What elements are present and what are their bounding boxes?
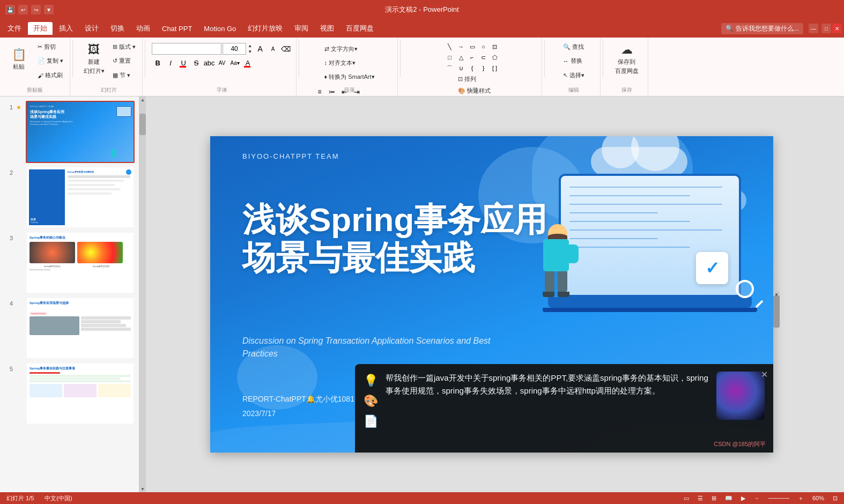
slide-thumb-5[interactable]: 5 Spring事务最佳实践与注意事项 xyxy=(0,362,139,425)
chatbot-close-btn[interactable]: ✕ xyxy=(761,369,768,380)
slide-thumb-2[interactable]: 2 目录 Catalog Spring事务配置与传播机制 xyxy=(0,166,139,228)
shape-rect2[interactable]: □ xyxy=(445,53,455,62)
search-box[interactable]: 🔍 告诉我您想要做什么... xyxy=(721,23,803,34)
italic-btn[interactable]: I xyxy=(165,57,176,69)
slide-img-3[interactable]: Spring事务的核心功能点 Spring事务的特点 Spring事务的优势 xyxy=(26,232,135,294)
align-text-btn[interactable]: ↕ 对齐文本▾ xyxy=(322,57,358,69)
magnifier-icon xyxy=(736,280,762,307)
numbering-btn[interactable]: ≔ xyxy=(326,86,338,98)
underline-btn[interactable]: U xyxy=(177,57,189,69)
view-normal-btn[interactable]: ▭ xyxy=(684,495,689,502)
strikethrough-btn[interactable]: S xyxy=(190,57,202,69)
cut-button[interactable]: ✂ 剪切 xyxy=(35,41,65,53)
slide-panel-scrollbar[interactable]: ▲ ▼ xyxy=(139,97,146,492)
shape-more[interactable]: ⊡ xyxy=(490,42,500,51)
redo-btn[interactable]: ↪ xyxy=(31,5,41,14)
menu-file[interactable]: 文件 xyxy=(2,22,27,35)
arrange-btn[interactable]: ⊡ 排列 xyxy=(456,73,493,85)
menu-motiongo[interactable]: Motion Go xyxy=(198,23,241,34)
canvas-scroll-thumb[interactable] xyxy=(773,295,780,328)
text-direction-btn[interactable]: ⇄ 文字方向▾ xyxy=(322,43,360,55)
slide-img-1[interactable]: BIYOO-CHATPPT TEAM 浅谈Spring事务应用场景与最佳实践 D… xyxy=(26,101,135,163)
menu-review[interactable]: 审阅 xyxy=(289,22,314,35)
bullets-btn[interactable]: ≡ xyxy=(314,86,325,98)
save-quick-btn[interactable]: 💾 xyxy=(5,5,15,14)
main-slide[interactable]: BIYOO-CHATPPT TEAM 浅谈Spring事务应用 场景与最佳实践 … xyxy=(210,136,773,453)
bold-btn[interactable]: B xyxy=(152,57,164,69)
font-color-btn[interactable]: A xyxy=(242,57,254,69)
menu-design[interactable]: 设计 xyxy=(79,22,104,35)
scroll-up-arrow[interactable]: ▲ xyxy=(139,97,146,103)
slide-thumb-3[interactable]: 3 Spring事务的核心功能点 xyxy=(0,232,139,294)
paste-button[interactable]: 📋 粘贴 xyxy=(4,40,33,78)
view-reading-btn[interactable]: 📖 xyxy=(725,495,732,502)
shape-rect[interactable]: ▭ xyxy=(467,42,478,51)
new-slide-button[interactable]: 🖼 新建 幻灯片▾ xyxy=(79,40,108,78)
shadow-btn[interactable]: abc xyxy=(203,57,215,69)
scroll-down-arrow[interactable]: ▼ xyxy=(139,486,146,492)
shape-corner[interactable]: ⌐ xyxy=(467,53,478,62)
menu-insert[interactable]: 插入 xyxy=(54,22,78,35)
maximize-btn[interactable]: □ xyxy=(821,24,831,33)
menu-slideshow[interactable]: 幻灯片放映 xyxy=(242,22,288,35)
quick-access-toolbar[interactable]: 💾 ↩ ↪ ▼ xyxy=(5,5,54,14)
zoom-minus-btn[interactable]: － xyxy=(754,494,760,502)
format-painter-button[interactable]: 🖌 格式刷 xyxy=(35,70,65,81)
section-button[interactable]: ▦ 节 ▾ xyxy=(110,70,138,81)
replace-btn[interactable]: ↔ 替换 xyxy=(561,55,587,67)
shape-pentagon[interactable]: ⬠ xyxy=(490,53,500,62)
shape-curve[interactable]: ∪ xyxy=(456,63,467,73)
slide-img-4[interactable]: Spring事务应用场景与选择 Spring事务应用场景 xyxy=(26,297,135,359)
customize-btn[interactable]: ▼ xyxy=(44,5,54,14)
shape-brace-l[interactable]: { xyxy=(467,63,478,73)
fit-window-btn[interactable]: ⊡ xyxy=(833,495,838,502)
menu-baidu[interactable]: 百度网盘 xyxy=(340,22,379,35)
scroll-thumb[interactable] xyxy=(139,114,146,135)
menu-view[interactable]: 视图 xyxy=(315,22,339,35)
view-sorter-btn[interactable]: ⊞ xyxy=(712,495,716,502)
menu-transitions[interactable]: 切换 xyxy=(105,22,130,35)
slide-img-5[interactable]: Spring事务最佳实践与注意事项 xyxy=(26,362,135,425)
clear-format-btn[interactable]: ⌫ xyxy=(280,43,292,55)
font-shrink-btn[interactable]: A xyxy=(267,43,279,55)
font-size-input[interactable] xyxy=(223,43,246,55)
shape-arc[interactable]: ⌒ xyxy=(445,63,455,73)
shape-chevron[interactable]: ⊂ xyxy=(478,53,489,62)
canvas-scroll-down[interactable]: ▼ xyxy=(773,291,780,298)
shape-circle[interactable]: ○ xyxy=(478,42,489,51)
menu-animations[interactable]: 动画 xyxy=(131,22,156,35)
shape-arrow[interactable]: → xyxy=(456,42,467,51)
change-case-btn[interactable]: Aa▾ xyxy=(229,57,241,69)
view-presenter-btn[interactable]: ▶ xyxy=(741,495,745,502)
slide-thumb-4[interactable]: 4 Spring事务应用场景与选择 Spring事务应用场景 xyxy=(0,297,139,359)
select-btn[interactable]: ↖ 选择▾ xyxy=(561,70,587,81)
save-baidu-btn[interactable]: ☁ 保存到 百度网盘 xyxy=(612,40,641,78)
layout-button[interactable]: ⊞ 版式 ▾ xyxy=(110,41,138,53)
close-btn[interactable]: ✕ xyxy=(832,24,842,33)
char-spacing-btn[interactable]: AV xyxy=(216,57,228,69)
view-outline-btn[interactable]: ☰ xyxy=(698,495,703,502)
font-name-input[interactable] xyxy=(152,43,221,55)
menu-home[interactable]: 开始 xyxy=(28,22,53,35)
shape-triangle[interactable]: △ xyxy=(456,53,467,62)
shape-line[interactable]: ╲ xyxy=(445,42,455,51)
canvas-scrollbar[interactable]: ▲ ▼ xyxy=(773,291,780,298)
reset-button[interactable]: ↺ 重置 xyxy=(110,55,138,67)
zoom-plus-btn[interactable]: ＋ xyxy=(798,494,804,502)
slide-img-2[interactable]: 目录 Catalog Spring事务配置与传播机制 xyxy=(26,166,135,228)
slide-thumb-1[interactable]: 1 ★ BIYOO-CHATPPT TEAM 浅谈Spring事务应用场景与最佳… xyxy=(0,101,139,163)
undo-btn[interactable]: ↩ xyxy=(18,5,28,14)
smartart-btn[interactable]: ♦ 转换为 SmartArt▾ xyxy=(322,71,377,83)
minimize-btn[interactable]: — xyxy=(809,24,818,33)
font-grow-btn[interactable]: A xyxy=(254,43,266,55)
find-btn[interactable]: 🔍 查找 xyxy=(561,41,587,53)
shape-bracket[interactable]: [ ] xyxy=(490,63,500,73)
zoom-slider[interactable]: ───── xyxy=(768,495,789,501)
shape-brace-r[interactable]: } xyxy=(478,63,489,73)
font-size-increase[interactable]: ▲ xyxy=(247,43,253,49)
copy-button[interactable]: 📄 复制 ▾ xyxy=(35,55,65,67)
font-size-decrease[interactable]: ▼ xyxy=(247,49,253,55)
menu-chatppt[interactable]: Chat PPT xyxy=(157,23,197,34)
arrange-icon: ⊡ xyxy=(458,76,463,83)
status-bar: 幻灯片 1/5 中文(中国) ▭ ☰ ⊞ 📖 ▶ － ───── ＋ 60% ⊡ xyxy=(0,492,844,504)
